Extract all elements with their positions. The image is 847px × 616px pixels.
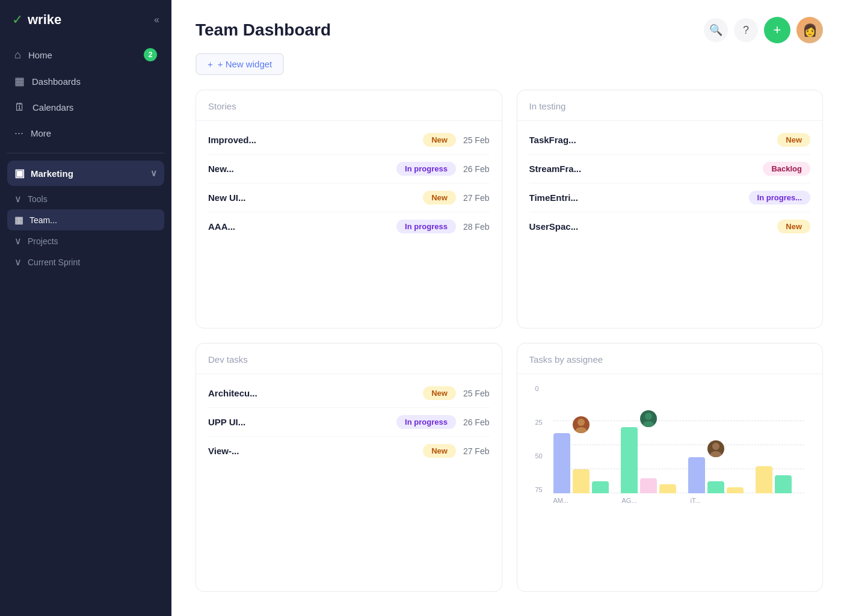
sidebar-item-current-sprint[interactable]: ∨ Current Sprint — [7, 251, 164, 273]
task-name: UserSpac... — [529, 221, 771, 232]
new-widget-button[interactable]: + + New widget — [196, 53, 284, 75]
y-label-50: 50 — [535, 452, 543, 460]
chart-group-other — [756, 466, 792, 493]
task-badge: New — [423, 386, 456, 400]
chart-bars: 75 50 25 0 — [535, 385, 805, 493]
svg-point-1 — [575, 427, 587, 433]
sidebar-item-tools[interactable]: ∨ Tools — [7, 188, 164, 209]
chart-group-it — [688, 457, 744, 493]
task-row[interactable]: UserSpac... New — [529, 212, 811, 241]
sidebar-label-tools: Tools — [28, 194, 48, 204]
widget-stories: Stories Improved... New 25 Feb New... In… — [196, 90, 502, 328]
bar-other-2 — [775, 475, 792, 493]
widget-in-testing-header: In testing — [517, 90, 823, 121]
marketing-section[interactable]: ▣ Marketing ∨ — [7, 161, 164, 186]
task-date: 26 Feb — [463, 417, 490, 427]
search-button[interactable]: 🔍 — [704, 18, 728, 42]
sidebar-label-calendars: Calendars — [32, 102, 73, 112]
chart-container: 75 50 25 0 — [535, 385, 805, 504]
task-badge: In progress — [396, 162, 456, 176]
sidebar: ✓ wrike « ⌂ Home 2 ▦ Dashboards 🗓 Calend… — [0, 0, 171, 616]
task-badge: In progress — [396, 220, 456, 233]
task-row[interactable]: Improved... New 25 Feb — [208, 126, 490, 155]
svg-point-5 — [710, 451, 722, 457]
wrike-logo-icon: ✓ — [12, 12, 23, 28]
y-label-25: 25 — [535, 419, 543, 426]
marketing-expand-icon: ∨ — [150, 168, 157, 179]
widget-dev-tasks-title: Dev tasks — [208, 354, 248, 365]
widget-dev-tasks-header: Dev tasks — [196, 343, 502, 374]
task-name: Architecu... — [208, 388, 416, 398]
sidebar-label-more: More — [31, 128, 51, 138]
task-row[interactable]: UPP UI... In progress 26 Feb — [208, 408, 490, 437]
task-date: 28 Feb — [463, 222, 490, 232]
widget-in-testing-content: TaskFrag... New StreamFra... Backlog Tim… — [517, 121, 823, 328]
projects-chevron-icon: ∨ — [14, 235, 22, 247]
sidebar-logo: ✓ wrike « — [0, 12, 171, 42]
task-name: TaskFrag... — [529, 135, 771, 145]
svg-point-2 — [645, 413, 652, 420]
task-row[interactable]: New UI... New 27 Feb — [208, 183, 490, 212]
task-name: New... — [208, 164, 389, 174]
home-badge: 2 — [144, 48, 157, 61]
widget-tasks-by-assignee-title: Tasks by assignee — [529, 354, 603, 365]
task-row[interactable]: Architecu... New 25 Feb — [208, 379, 490, 408]
widget-stories-header: Stories — [196, 90, 502, 121]
header: Team Dashboard 🔍 ? + 👩 — [171, 0, 847, 53]
current-sprint-chevron-icon: ∨ — [14, 256, 22, 268]
sidebar-item-home[interactable]: ⌂ Home 2 — [7, 42, 164, 67]
task-row[interactable]: New... In progress 26 Feb — [208, 155, 490, 183]
add-button[interactable]: + — [764, 17, 790, 43]
svg-point-0 — [578, 419, 585, 426]
widget-stories-content: Improved... New 25 Feb New... In progres… — [196, 121, 502, 328]
logo-area: ✓ wrike — [12, 12, 61, 28]
chart-group-ag — [621, 427, 676, 493]
bar-ag-3 — [659, 484, 676, 493]
collapse-sidebar-button[interactable]: « — [154, 14, 159, 25]
svg-point-3 — [642, 421, 654, 427]
avatar-am — [573, 416, 590, 433]
task-date: 25 Feb — [463, 389, 490, 398]
widget-tasks-by-assignee: Tasks by assignee 75 50 25 0 — [517, 343, 824, 592]
task-row[interactable]: View-... New 27 Feb — [208, 437, 490, 465]
sidebar-item-calendars[interactable]: 🗓 Calendars — [7, 95, 164, 120]
sidebar-label-current-sprint: Current Sprint — [28, 257, 80, 267]
widgets-grid: Stories Improved... New 25 Feb New... In… — [171, 90, 847, 616]
bar-ag-1 — [621, 427, 638, 493]
task-name: UPP UI... — [208, 417, 389, 427]
logo-text: wrike — [28, 12, 61, 28]
task-date: 25 Feb — [463, 135, 490, 145]
home-icon: ⌂ — [14, 49, 21, 61]
widget-dev-tasks: Dev tasks Architecu... New 25 Feb UPP UI… — [196, 343, 502, 592]
task-row[interactable]: TaskFrag... New — [529, 126, 811, 155]
chart-y-axis: 75 50 25 0 — [535, 385, 543, 493]
sidebar-item-projects[interactable]: ∨ Projects — [7, 230, 164, 251]
sidebar-item-more[interactable]: ··· More — [7, 121, 164, 146]
tools-chevron-icon: ∨ — [14, 193, 22, 205]
task-row[interactable]: StreamFra... Backlog — [529, 155, 811, 183]
sidebar-divider — [7, 153, 164, 153]
y-label-0: 0 — [535, 385, 543, 392]
task-row[interactable]: TimeEntri... In progres... — [529, 183, 811, 212]
task-row[interactable]: AAA... In progress 28 Feb — [208, 212, 490, 241]
sidebar-label-home: Home — [28, 50, 52, 60]
bar-other-1 — [756, 466, 772, 493]
main-content: Team Dashboard 🔍 ? + 👩 + + New widget St… — [171, 0, 847, 616]
new-widget-label: + New widget — [218, 59, 272, 69]
user-avatar[interactable]: 👩 — [796, 17, 823, 43]
bar-ag-2 — [640, 478, 657, 493]
calendars-icon: 🗓 — [14, 101, 25, 114]
widget-dev-tasks-content: Architecu... New 25 Feb UPP UI... In pro… — [196, 374, 502, 591]
sidebar-label-projects: Projects — [28, 236, 58, 246]
sidebar-item-dashboards[interactable]: ▦ Dashboards — [7, 69, 164, 94]
sidebar-item-team-dashboard[interactable]: ▦ Team... — [7, 209, 164, 230]
x-label-am: AM... — [553, 497, 608, 504]
bar-am-3 — [592, 481, 609, 493]
sidebar-section: ∨ Tools ▦ Team... ∨ Projects ∨ Current S… — [0, 188, 171, 273]
chart-x-labels: AM... AG... iT... — [535, 497, 805, 504]
task-name: View-... — [208, 446, 416, 456]
sidebar-label-team: Team... — [29, 215, 57, 225]
help-button[interactable]: ? — [734, 18, 758, 42]
widget-stories-title: Stories — [208, 101, 236, 111]
task-badge: New — [423, 191, 456, 205]
